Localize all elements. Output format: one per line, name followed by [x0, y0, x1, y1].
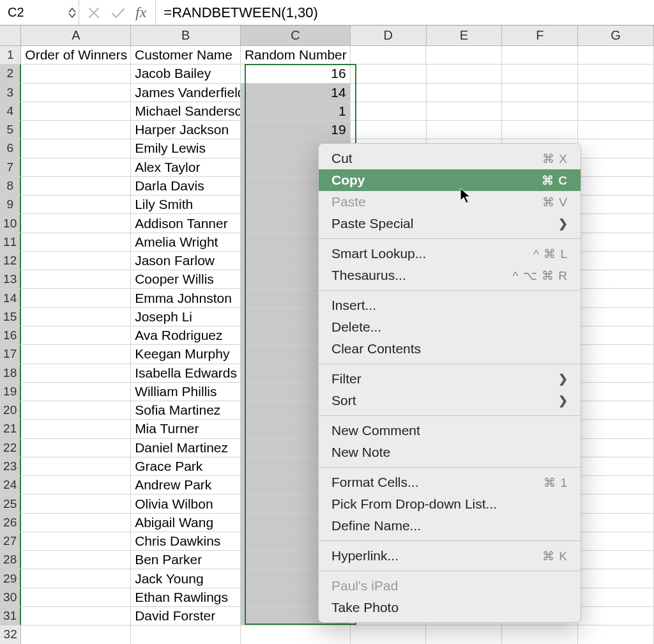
cell-G17[interactable] [578, 345, 654, 363]
cell-B26[interactable]: Abigail Wang [131, 514, 241, 532]
column-header-B[interactable]: B [131, 26, 241, 45]
cell-G21[interactable] [578, 420, 654, 438]
cell-F32[interactable] [502, 625, 578, 643]
cell-B12[interactable]: Jason Farlow [131, 252, 241, 270]
cell-A19[interactable] [21, 383, 131, 401]
cell-D5[interactable] [351, 121, 427, 139]
formula-input[interactable]: =RANDBETWEEN(1,30) [156, 4, 654, 21]
cell-A15[interactable] [21, 308, 131, 326]
cell-B11[interactable]: Amelia Wright [131, 233, 241, 251]
row-header[interactable]: 6 [0, 139, 21, 157]
menu-item-thesaurus[interactable]: Thesaurus...^ ⌥ ⌘ R [319, 264, 581, 286]
cell-G7[interactable] [578, 158, 654, 176]
cell-G4[interactable] [578, 102, 654, 120]
row-header[interactable]: 24 [0, 476, 21, 494]
row-header[interactable]: 10 [0, 214, 21, 232]
menu-item-delete[interactable]: Delete... [319, 316, 581, 338]
cell-A4[interactable] [21, 102, 131, 120]
cell-B2[interactable]: Jacob Bailey [131, 65, 241, 82]
column-header-G[interactable]: G [578, 26, 654, 45]
cell-A28[interactable] [21, 551, 131, 569]
menu-item-insert[interactable]: Insert... [319, 295, 581, 316]
cell-G16[interactable] [578, 326, 654, 344]
context-menu[interactable]: Cut⌘ XCopy⌘ CPaste⌘ VPaste Special❯Smart… [318, 143, 581, 623]
cell-E5[interactable] [427, 121, 503, 139]
cell-C4[interactable]: 1 [241, 102, 351, 120]
column-header-D[interactable]: D [351, 26, 427, 45]
row-header[interactable]: 3 [0, 84, 21, 102]
cell-F4[interactable] [502, 102, 578, 120]
cell-F1[interactable] [502, 46, 578, 64]
row-header[interactable]: 9 [0, 195, 21, 213]
menu-item-new-comment[interactable]: New Comment [319, 420, 581, 441]
name-box[interactable]: C2 [0, 0, 79, 25]
cell-G27[interactable] [578, 532, 654, 550]
cell-G30[interactable] [578, 588, 654, 606]
row-header[interactable]: 32 [0, 625, 21, 643]
cell-F2[interactable] [502, 65, 578, 82]
cell-B16[interactable]: Ava Rodriguez [131, 326, 241, 344]
cell-G19[interactable] [578, 383, 654, 401]
cell-A13[interactable] [21, 270, 131, 288]
cell-B32[interactable] [131, 625, 241, 643]
row-header[interactable]: 25 [0, 494, 21, 512]
cell-G3[interactable] [578, 84, 654, 102]
cell-A16[interactable] [21, 326, 131, 344]
enter-icon[interactable] [111, 7, 125, 19]
cell-B23[interactable]: Grace Park [131, 457, 241, 475]
cell-B24[interactable]: Andrew Park [131, 476, 241, 494]
menu-item-sort[interactable]: Sort❯ [319, 390, 581, 411]
cell-A23[interactable] [21, 457, 131, 475]
cell-C3[interactable]: 14 [241, 84, 351, 102]
row-header[interactable]: 28 [0, 551, 21, 569]
cell-B3[interactable]: James Vanderfield [131, 84, 241, 102]
menu-item-hyperlink[interactable]: Hyperlink...⌘ K [319, 545, 581, 567]
select-all-corner[interactable] [0, 26, 21, 45]
cell-G32[interactable] [578, 625, 654, 643]
cell-B27[interactable]: Chris Dawkins [131, 532, 241, 550]
cell-E32[interactable] [426, 625, 502, 643]
row-header[interactable]: 13 [0, 270, 21, 288]
cell-C2[interactable]: 16 [241, 65, 351, 82]
cell-A25[interactable] [21, 494, 131, 512]
cell-D3[interactable] [351, 84, 427, 102]
cell-G6[interactable] [578, 139, 654, 157]
column-header-A[interactable]: A [21, 26, 131, 45]
row-header[interactable]: 5 [0, 121, 21, 139]
cell-D4[interactable] [351, 102, 427, 120]
menu-item-format-cells[interactable]: Format Cells...⌘ 1 [319, 471, 581, 493]
row-header[interactable]: 27 [0, 532, 21, 550]
menu-item-clear-contents[interactable]: Clear Contents [319, 338, 581, 360]
cell-A2[interactable] [21, 65, 131, 82]
cell-G23[interactable] [578, 457, 654, 475]
row-header[interactable]: 8 [0, 177, 21, 195]
row-header[interactable]: 14 [0, 289, 21, 307]
cell-B28[interactable]: Ben Parker [131, 551, 241, 569]
cell-G20[interactable] [578, 401, 654, 419]
cell-C1[interactable]: Random Number [241, 46, 351, 64]
row-header[interactable]: 15 [0, 308, 21, 326]
cell-G10[interactable] [578, 214, 654, 232]
column-header-E[interactable]: E [427, 26, 503, 45]
cell-B22[interactable]: Daniel Martinez [131, 439, 241, 457]
cell-D32[interactable] [351, 625, 427, 643]
column-header-C[interactable]: C [241, 26, 351, 45]
cell-A27[interactable] [21, 532, 131, 550]
row-header[interactable]: 17 [0, 345, 21, 363]
cell-A17[interactable] [21, 345, 131, 363]
cell-A21[interactable] [21, 420, 131, 438]
cell-B21[interactable]: Mia Turner [131, 420, 241, 438]
cell-G24[interactable] [578, 476, 654, 494]
menu-item-define-name[interactable]: Define Name... [319, 515, 581, 537]
row-header[interactable]: 2 [0, 65, 21, 82]
cell-C5[interactable]: 19 [241, 121, 351, 139]
menu-item-pick-from-drop-down-list[interactable]: Pick From Drop-down List... [319, 493, 581, 515]
cell-A29[interactable] [21, 569, 131, 587]
cell-B1[interactable]: Customer Name [131, 46, 241, 64]
cell-A26[interactable] [21, 514, 131, 532]
cell-B14[interactable]: Emma Johnston [131, 289, 241, 307]
cell-A8[interactable] [21, 177, 131, 195]
cell-G28[interactable] [578, 551, 654, 569]
menu-item-paste-special[interactable]: Paste Special❯ [319, 213, 581, 234]
cell-E2[interactable] [427, 65, 503, 82]
